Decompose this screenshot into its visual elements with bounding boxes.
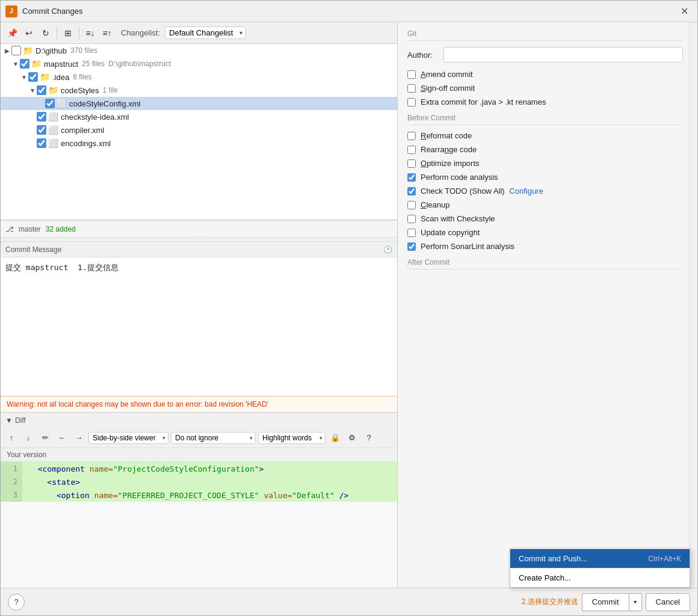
separator-1 bbox=[57, 27, 57, 39]
cleanup-checkbox[interactable] bbox=[407, 201, 416, 209]
diff-header: ▼ Diff bbox=[1, 412, 397, 428]
copyright-checkbox[interactable] bbox=[407, 229, 416, 237]
added-count: 32 added bbox=[46, 225, 76, 233]
todo-checkbox[interactable] bbox=[407, 187, 416, 196]
commit-and-push-label: Commit and Push... bbox=[519, 554, 587, 563]
tree-check-codeStyleConfig[interactable] bbox=[45, 99, 55, 108]
checkbox-row-todo: Check TODO (Show All) Configure bbox=[407, 186, 683, 196]
tree-item-root[interactable]: ▶ 📁 D:\github 370 files bbox=[1, 44, 397, 57]
diff-line-2: 2 <state> bbox=[1, 475, 397, 488]
diff-up-button[interactable]: ↑ bbox=[4, 431, 19, 445]
collapse-button[interactable]: ≡↑ bbox=[99, 25, 115, 41]
ignore-select[interactable]: Do not ignore Ignore whitespace Ignore a… bbox=[171, 432, 256, 444]
tree-check-codeStyles[interactable] bbox=[37, 85, 46, 95]
viewer-select[interactable]: Side-by-side viewer Unified viewer bbox=[88, 432, 168, 444]
author-row: Author: bbox=[407, 47, 683, 63]
diff-lock-button[interactable]: 🔒 bbox=[328, 431, 342, 445]
changelist-wrapper: Default Changelist bbox=[161, 26, 246, 39]
diff-next-button[interactable]: → bbox=[72, 431, 86, 445]
resize-handle[interactable]: · · · · · bbox=[1, 237, 397, 242]
diff-line-content-2: <state> bbox=[22, 478, 80, 487]
window-title: Commit Changes bbox=[22, 7, 676, 16]
tree-label-codeStyles: codeStyles bbox=[61, 86, 99, 95]
analyze-checkbox[interactable] bbox=[407, 173, 416, 182]
branch-name: master bbox=[19, 225, 41, 233]
checkstyle-checkbox[interactable] bbox=[407, 215, 416, 223]
group-button[interactable]: ⊞ bbox=[60, 25, 76, 41]
diff-down-button[interactable]: ↓ bbox=[21, 431, 36, 445]
signoff-label: Sign-off commit bbox=[421, 84, 475, 93]
refresh-button[interactable]: ↻ bbox=[38, 25, 54, 41]
right-content: Git Author: Amend commit Sign-off commit… bbox=[398, 22, 697, 283]
tree-check-encodings[interactable] bbox=[37, 138, 46, 148]
diff-prev-button[interactable]: ← bbox=[55, 431, 69, 445]
diff-edit-button[interactable]: ✏ bbox=[38, 431, 52, 445]
after-commit-title: After Commit bbox=[407, 258, 683, 270]
tree-label-encodings: encodings.xml bbox=[61, 139, 111, 148]
diff-settings-button[interactable]: ⚙ bbox=[345, 431, 359, 445]
expand-button[interactable]: ≡↓ bbox=[82, 25, 98, 41]
xml-icon-compiler: ⬜ bbox=[48, 125, 58, 135]
rearrange-checkbox[interactable] bbox=[407, 146, 416, 154]
commit-button[interactable]: Commit bbox=[582, 593, 629, 611]
tree-item-checkstyle[interactable]: ⬜ checkstyle-idea.xml bbox=[1, 110, 397, 123]
clock-icon: 🕐 bbox=[383, 245, 392, 254]
configure-link[interactable]: Configure bbox=[509, 186, 543, 196]
undo-button[interactable]: ↩ bbox=[21, 25, 37, 41]
diff-help-button[interactable]: ? bbox=[362, 431, 376, 445]
right-panel: Git Author: Amend commit Sign-off commit… bbox=[398, 22, 697, 588]
tree-item-idea[interactable]: ▼ 📁 .idea 8 files bbox=[1, 70, 397, 84]
right-scrollbar[interactable] bbox=[689, 22, 697, 588]
tree-check-idea[interactable] bbox=[28, 72, 38, 82]
tree-check-root[interactable] bbox=[11, 46, 21, 55]
commit-message-header: Commit Message 🕐 bbox=[1, 242, 397, 257]
file-tree[interactable]: ▶ 📁 D:\github 370 files ▼ 📁 mapstruct 25… bbox=[1, 44, 397, 220]
cancel-button[interactable]: Cancel bbox=[646, 593, 690, 611]
diff-line-num-3: 3 bbox=[1, 488, 22, 502]
cleanup-label: Cleanup bbox=[421, 200, 449, 209]
help-button[interactable]: ? bbox=[8, 594, 25, 611]
create-patch-label: Create Patch... bbox=[519, 573, 571, 582]
diff-line-content-3: <option name="PREFERRED_PROJECT_CODE_STY… bbox=[22, 491, 348, 500]
commit-textarea[interactable]: 提交 mapstruct 1.提交信息 bbox=[1, 257, 397, 396]
highlight-select-wrapper: Highlight words Highlight lines Do not h… bbox=[258, 432, 326, 444]
tree-item-codeStyleConfig[interactable]: ⬜ codeStyleConfig.xml bbox=[1, 97, 397, 110]
signoff-checkbox[interactable] bbox=[407, 84, 416, 93]
diff-toolbar: ↑ ↓ ✏ ← → Side-by-side viewer Unified vi… bbox=[1, 428, 397, 448]
checkbox-row-sonarlint: Perform SonarLint analysis bbox=[407, 242, 683, 251]
highlight-select[interactable]: Highlight words Highlight lines Do not h… bbox=[258, 432, 326, 444]
copyright-label: Update copyright bbox=[421, 228, 480, 237]
pin-button[interactable]: 📌 bbox=[4, 25, 20, 41]
tree-path-mapstruct: D:\github\mapstruct bbox=[108, 60, 171, 68]
tree-check-compiler[interactable] bbox=[37, 125, 46, 135]
reformat-checkbox[interactable] bbox=[407, 132, 416, 140]
checkbox-row-optimize: Optimize imports bbox=[407, 159, 683, 168]
author-input[interactable] bbox=[443, 47, 683, 63]
diff-title: Diff bbox=[15, 416, 26, 425]
tree-item-mapstruct[interactable]: ▼ 📁 mapstruct 25 files D:\github\mapstru… bbox=[1, 57, 397, 70]
commit-arrow-button[interactable]: ▾ bbox=[629, 593, 642, 611]
tree-item-codeStyles[interactable]: ▼ 📁 codeStyles 1 file bbox=[1, 84, 397, 97]
git-section-title: Git bbox=[407, 29, 683, 41]
sonarlint-checkbox[interactable] bbox=[407, 242, 416, 251]
tree-count-mapstruct: 25 files bbox=[82, 60, 105, 68]
author-label: Author: bbox=[407, 51, 443, 60]
tree-check-checkstyle[interactable] bbox=[37, 112, 46, 122]
tree-check-mapstruct[interactable] bbox=[20, 59, 29, 69]
tree-item-compiler[interactable]: ⬜ compiler.xml bbox=[1, 123, 397, 137]
warning-text: Warning: not all local changes may be sh… bbox=[7, 400, 268, 408]
changelist-select[interactable]: Default Changelist bbox=[165, 26, 246, 39]
rearrange-label: Rearrange code bbox=[421, 145, 477, 154]
tree-arrow-codeStyles: ▼ bbox=[28, 87, 37, 94]
separator-2 bbox=[79, 27, 79, 39]
tree-label-idea: .idea bbox=[52, 73, 69, 82]
close-button[interactable]: ✕ bbox=[676, 3, 693, 20]
optimize-checkbox[interactable] bbox=[407, 159, 416, 168]
extra-checkbox[interactable] bbox=[407, 98, 416, 106]
amend-checkbox[interactable] bbox=[407, 70, 416, 79]
commit-and-push-item[interactable]: Commit and Push... Ctrl+Alt+K bbox=[510, 549, 690, 568]
diff-section: ▼ Diff ↑ ↓ ✏ ← → Side-by-side viewer Uni… bbox=[1, 412, 397, 588]
checkbox-row-analyze: Perform code analysis bbox=[407, 173, 683, 182]
tree-item-encodings[interactable]: ⬜ encodings.xml bbox=[1, 137, 397, 150]
create-patch-item[interactable]: Create Patch... bbox=[510, 568, 690, 587]
